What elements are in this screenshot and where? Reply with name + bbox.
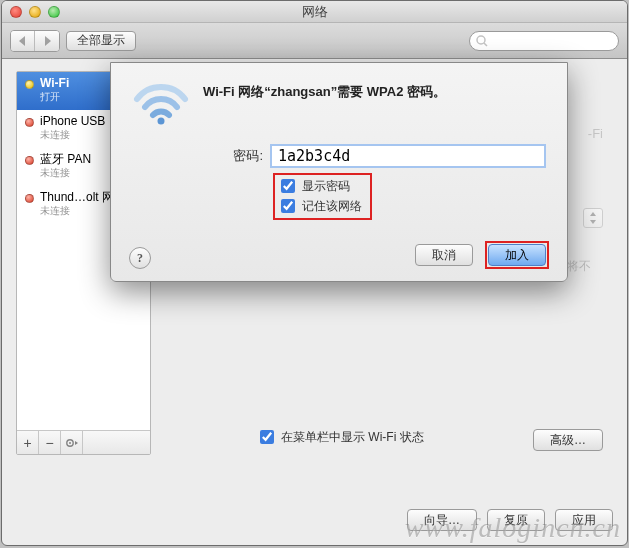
sidebar-footer: + − (17, 430, 150, 454)
svg-point-4 (158, 118, 165, 125)
search-input[interactable] (488, 33, 612, 49)
menubar-status-checkbox[interactable]: 在菜单栏中显示 Wi-Fi 状态 (256, 427, 424, 447)
zoom-window-button[interactable] (48, 6, 60, 18)
sidebar-item-status: 未连接 (40, 128, 105, 142)
window-footer-buttons: 向导… 复原 应用 (407, 509, 613, 531)
close-window-button[interactable] (10, 6, 22, 18)
join-button[interactable]: 加入 (488, 244, 546, 266)
password-input[interactable] (271, 145, 545, 167)
show-password-label: 显示密码 (302, 178, 350, 195)
search-icon (476, 35, 488, 47)
add-service-button[interactable]: + (17, 431, 39, 454)
nav-back-forward (10, 30, 60, 52)
toolbar: 全部显示 (2, 23, 627, 59)
sidebar-item-label: 蓝牙 PAN (40, 152, 91, 166)
advanced-button[interactable]: 高级… (533, 429, 603, 451)
remember-network-checkbox-input[interactable] (281, 199, 295, 213)
menubar-status-label: 在菜单栏中显示 Wi-Fi 状态 (281, 429, 424, 446)
join-button-highlight: 加入 (485, 241, 549, 269)
show-password-checkbox-input[interactable] (281, 179, 295, 193)
back-button[interactable] (11, 31, 35, 51)
remove-service-button[interactable]: − (39, 431, 61, 454)
show-password-checkbox[interactable]: 显示密码 (277, 176, 362, 196)
dialog-title: Wi-Fi 网络“zhangsan”需要 WPA2 密码。 (203, 81, 446, 101)
status-dot-icon (25, 80, 34, 89)
cancel-button[interactable]: 取消 (415, 244, 473, 266)
popup-arrows-icon (589, 212, 597, 224)
wifi-password-dialog: Wi-Fi 网络“zhangsan”需要 WPA2 密码。 密码: 显示密码 记… (110, 62, 568, 282)
wizard-button[interactable]: 向导… (407, 509, 477, 531)
wifi-icon (133, 81, 189, 125)
status-dot-icon (25, 194, 34, 203)
sidebar-item-label: Wi-Fi (40, 76, 69, 90)
sidebar-item-status: 打开 (40, 90, 69, 104)
svg-point-3 (69, 442, 71, 444)
password-label: 密码: (133, 147, 263, 165)
apply-button[interactable]: 应用 (555, 509, 613, 531)
svg-line-1 (484, 43, 487, 46)
svg-point-0 (477, 36, 485, 44)
status-dot-icon (25, 118, 34, 127)
show-all-button[interactable]: 全部显示 (66, 31, 136, 51)
gear-icon (65, 437, 79, 449)
forward-button[interactable] (35, 31, 59, 51)
minimize-window-button[interactable] (29, 6, 41, 18)
sidebar-item-status: 未连接 (40, 166, 91, 180)
menubar-status-checkbox-input[interactable] (260, 430, 274, 444)
status-dot-icon (25, 156, 34, 165)
network-popup[interactable] (583, 208, 603, 228)
sidebar-item-label: iPhone USB (40, 114, 105, 128)
status-fragment: -Fi (588, 126, 603, 141)
titlebar: 网络 (2, 1, 627, 23)
service-actions-button[interactable] (61, 431, 83, 454)
window-title: 网络 (302, 4, 328, 19)
revert-button[interactable]: 复原 (487, 509, 545, 531)
search-field[interactable] (469, 31, 619, 51)
remember-network-checkbox[interactable]: 记住该网络 (277, 196, 362, 216)
help-button[interactable]: ? (129, 247, 151, 269)
remember-network-label: 记住该网络 (302, 198, 362, 215)
